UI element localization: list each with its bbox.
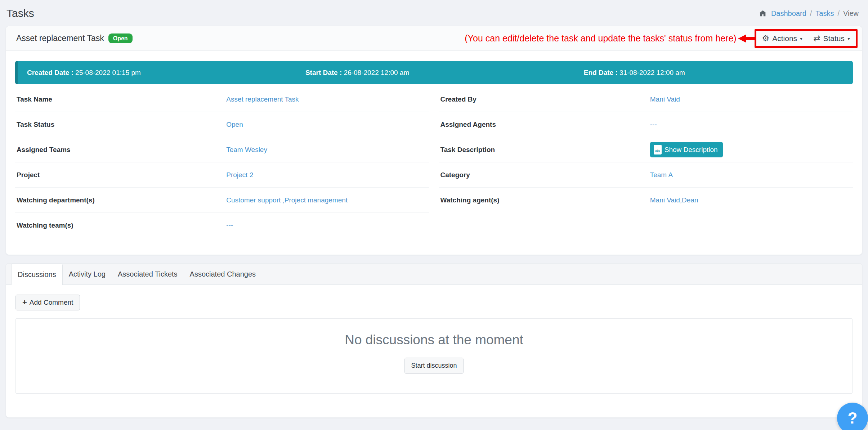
discussions-empty-state: No discussions at the moment Start discu… (15, 318, 853, 394)
breadcrumb-separator: / (810, 9, 812, 18)
gear-icon: ⚙ (762, 34, 770, 42)
discussions-tab-content: + Add Comment No discussions at the mome… (6, 285, 862, 394)
page-title: Tasks (6, 7, 34, 19)
breadcrumb-separator: / (837, 9, 840, 18)
tab-bar: Discussions Activity Log Associated Tick… (6, 264, 862, 285)
help-button[interactable]: ? (837, 403, 868, 430)
annotation-text: (You can edit/delete the task and update… (465, 33, 736, 44)
field-assigned-agents: Assigned Agents --- (439, 112, 853, 137)
fields-left-column: Task Name Asset replacement Task Task St… (15, 87, 429, 238)
breadcrumb-view: View (843, 9, 859, 18)
fields-right-column: Created By Mani Vaid Assigned Agents ---… (439, 87, 853, 238)
category-link[interactable]: Team A (650, 171, 673, 179)
start-date: Start Date : 26-08-2022 12:00 am (296, 69, 574, 77)
field-watching-agents: Watching agent(s) Mani Vaid,Dean (439, 188, 853, 213)
plus-icon: + (22, 299, 27, 306)
tab-associated-changes[interactable]: Associated Changes (184, 264, 262, 285)
annotation-arrow-line (746, 37, 755, 40)
field-task-status: Task Status Open (15, 112, 429, 137)
assigned-teams-link[interactable]: Team Wesley (226, 146, 267, 154)
field-category: Category Team A (439, 162, 853, 188)
task-card: Asset replacement Task Open (You can edi… (6, 26, 862, 255)
annotation-arrow-icon (738, 35, 746, 42)
watching-teams-value: --- (226, 221, 233, 229)
chevron-down-icon: ▾ (800, 36, 802, 41)
end-date: End Date : 31-08-2022 12:00 am (574, 69, 853, 77)
field-assigned-teams: Assigned Teams Team Wesley (15, 137, 429, 162)
task-status-link[interactable]: Open (226, 121, 243, 129)
task-name-link[interactable]: Asset replacement Task (226, 95, 299, 103)
top-bar: Tasks Dashboard / Tasks / View (0, 0, 868, 26)
project-link[interactable]: Project 2 (226, 171, 253, 179)
tab-discussions[interactable]: Discussions (11, 264, 63, 285)
field-task-description: Task Description </> Show Description (439, 137, 853, 162)
field-watching-teams: Watching team(s) --- (15, 213, 429, 238)
task-fields: Task Name Asset replacement Task Task St… (15, 87, 853, 238)
home-icon (759, 9, 767, 17)
field-created-by: Created By Mani Vaid (439, 87, 853, 112)
question-mark-icon: ? (848, 409, 858, 427)
tab-activity-log[interactable]: Activity Log (63, 264, 112, 285)
task-card-body: Created Date : 25-08-2022 01:15 pm Start… (6, 51, 862, 255)
start-discussion-button[interactable]: Start discussion (404, 358, 463, 374)
annotation-highlight-box: ⚙ Actions ▾ ⇄ Status ▾ (755, 29, 858, 48)
add-comment-button[interactable]: + Add Comment (15, 295, 80, 310)
date-bar: Created Date : 25-08-2022 01:15 pm Start… (15, 61, 853, 84)
task-card-header: Asset replacement Task Open (You can edi… (6, 26, 862, 51)
watching-departments-link[interactable]: Customer support ,Project management (226, 196, 348, 204)
discussion-card: Discussions Activity Log Associated Tick… (6, 263, 862, 418)
empty-state-message: No discussions at the moment (23, 332, 845, 348)
assigned-agents-value: --- (650, 121, 657, 129)
created-by-link[interactable]: Mani Vaid (650, 95, 680, 103)
show-description-button[interactable]: </> Show Description (650, 142, 723, 157)
status-badge: Open (108, 33, 133, 43)
watching-agents-link[interactable]: Mani Vaid,Dean (650, 196, 698, 204)
field-watching-departments: Watching department(s) Customer support … (15, 188, 429, 213)
file-code-icon: </> (654, 145, 662, 154)
breadcrumb: Dashboard / Tasks / View (759, 9, 859, 18)
task-card-title: Asset replacement Task (16, 33, 104, 43)
field-project: Project Project 2 (15, 162, 429, 188)
created-date: Created Date : 25-08-2022 01:15 pm (18, 69, 296, 77)
actions-button[interactable]: ⚙ Actions ▾ (762, 34, 803, 43)
breadcrumb-tasks[interactable]: Tasks (815, 9, 834, 18)
tab-associated-tickets[interactable]: Associated Tickets (112, 264, 184, 285)
field-task-name: Task Name Asset replacement Task (15, 87, 429, 112)
exchange-icon: ⇄ (813, 34, 820, 42)
status-button[interactable]: ⇄ Status ▾ (813, 34, 850, 43)
breadcrumb-dashboard[interactable]: Dashboard (771, 9, 806, 18)
chevron-down-icon: ▾ (847, 36, 850, 41)
